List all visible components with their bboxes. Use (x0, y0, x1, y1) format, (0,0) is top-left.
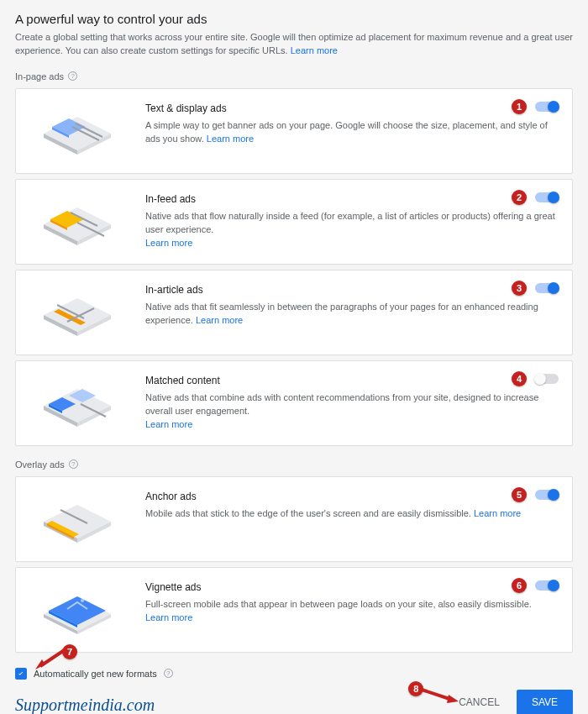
annotation-badge-7: 7 (62, 644, 77, 659)
toggle-in-article[interactable] (535, 283, 559, 293)
toggle-anchor-ads[interactable] (535, 490, 559, 500)
annotation-badge-4: 4 (512, 371, 527, 386)
cancel-button[interactable]: CANCEL (450, 690, 508, 714)
annotation-badge-8: 8 (408, 681, 423, 696)
thumb-anchor (31, 489, 132, 548)
help-icon[interactable]: ? (164, 669, 173, 678)
thumb-text-display (31, 101, 132, 160)
auto-formats-row: Automatically get new formats ? 7 (15, 668, 573, 680)
svg-line-41 (422, 690, 452, 700)
page-title: A powerful way to control your ads (15, 12, 573, 26)
learn-more-link[interactable]: Learn more (145, 419, 192, 429)
help-icon[interactable]: ? (68, 71, 77, 81)
card-matched-content: Matched content Native ads that combine … (15, 360, 573, 446)
toggle-vignette-ads[interactable] (535, 580, 559, 591)
thumb-vignette (31, 580, 132, 638)
learn-more-link[interactable]: Learn more (207, 134, 254, 144)
svg-marker-7 (44, 207, 111, 241)
card-desc: A simple way to get banner ads on your p… (145, 119, 557, 146)
svg-point-38 (81, 599, 84, 602)
card-desc: Native ads that combine ads with content… (145, 391, 557, 432)
toggle-text-display[interactable] (535, 102, 559, 112)
card-title: Vignette ads (145, 581, 557, 593)
thumb-matched (31, 373, 132, 432)
learn-more-link[interactable]: Learn more (474, 508, 521, 518)
learn-more-link[interactable]: Learn more (145, 238, 192, 248)
annotation-badge-6: 6 (512, 578, 527, 593)
thumb-in-article (31, 282, 132, 341)
card-anchor-ads: Anchor ads Mobile ads that stick to the … (15, 476, 573, 562)
card-desc: Full-screen mobile ads that appear in be… (145, 598, 557, 625)
card-desc: Native ads that flow naturally inside a … (145, 210, 557, 250)
save-button[interactable]: SAVE (517, 690, 573, 714)
card-desc: Mobile ads that stick to the edge of the… (145, 507, 557, 521)
help-icon[interactable]: ? (69, 459, 78, 469)
card-title: Anchor ads (145, 491, 557, 502)
learn-more-link[interactable]: Learn more (145, 612, 192, 622)
card-desc: Native ads that fit seamlessly in betwee… (145, 301, 557, 328)
annotation-badge-5: 5 (512, 487, 527, 502)
header-learn-more-link[interactable]: Learn more (291, 45, 338, 55)
card-title: Text & display ads (145, 102, 557, 114)
svg-marker-0 (44, 117, 111, 150)
overlay-ads-label: Overlay ads ? (15, 459, 573, 470)
card-title: In-article ads (145, 284, 557, 296)
annotation-badge-2: 2 (512, 190, 527, 205)
card-title: Matched content (145, 375, 557, 386)
toggle-matched-content[interactable] (535, 374, 559, 384)
card-title: In-feed ads (145, 193, 557, 205)
learn-more-link[interactable]: Learn more (196, 315, 243, 325)
toggle-in-feed[interactable] (535, 192, 559, 202)
in-page-ads-label: In-page ads ? (15, 71, 573, 81)
annotation-badge-1: 1 (512, 99, 527, 114)
auto-formats-label: Automatically get new formats (34, 669, 157, 679)
card-text-display: Text & display ads A simple way to get b… (15, 88, 573, 174)
auto-formats-checkbox[interactable] (15, 668, 27, 680)
brand-watermark: Supportmeindia.com (15, 696, 155, 714)
card-vignette-ads: Vignette ads Full-screen mobile ads that… (15, 567, 573, 653)
card-in-feed: In-feed ads Native ads that flow natural… (15, 179, 573, 265)
annotation-badge-3: 3 (512, 281, 527, 296)
page-subhead: Create a global setting that works acros… (15, 31, 573, 58)
card-in-article: In-article ads Native ads that fit seaml… (15, 270, 573, 355)
thumb-in-feed (31, 192, 132, 250)
